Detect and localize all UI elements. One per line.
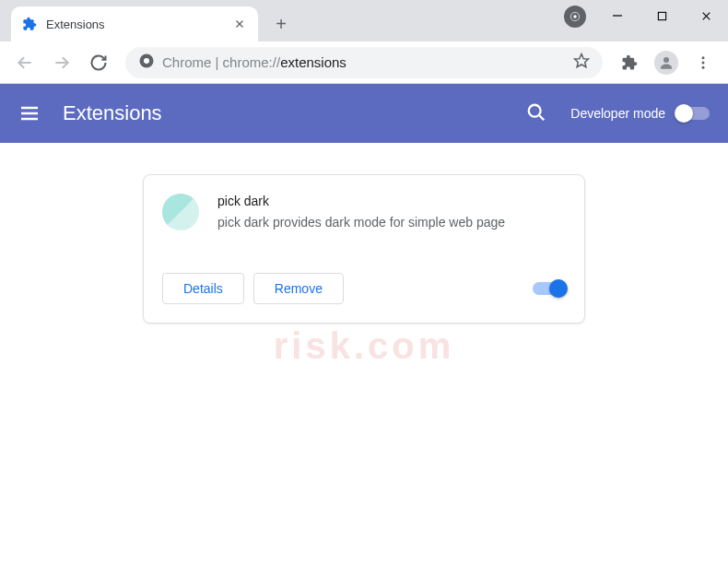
page-header: Extensions Developer mode (0, 84, 728, 143)
svg-point-11 (144, 58, 149, 64)
extension-description: pick dark provides dark mode for simple … (217, 214, 566, 232)
extension-app-icon (162, 194, 199, 230)
close-tab-icon[interactable] (232, 17, 247, 31)
minimize-button[interactable] (595, 0, 640, 31)
svg-point-16 (702, 65, 705, 68)
window-controls (564, 0, 728, 41)
svg-marker-12 (575, 53, 589, 66)
developer-mode-label: Developer mode (570, 106, 665, 121)
svg-point-15 (702, 61, 705, 64)
chrome-icon (138, 53, 155, 73)
tab-title: Extensions (46, 18, 223, 31)
menu-button[interactable] (687, 47, 719, 78)
svg-rect-5 (658, 12, 665, 19)
svg-point-14 (702, 56, 705, 59)
svg-point-13 (663, 57, 669, 63)
close-window-button[interactable] (684, 0, 728, 31)
incognito-icon[interactable] (564, 6, 586, 28)
back-button[interactable] (9, 47, 41, 78)
extension-icon (22, 17, 37, 31)
new-tab-button[interactable]: + (267, 10, 295, 38)
extension-enable-toggle[interactable] (533, 282, 566, 295)
svg-point-20 (529, 105, 541, 117)
svg-line-21 (539, 115, 545, 121)
forward-button[interactable] (46, 47, 77, 78)
url-text: Chrome | chrome://extensions (162, 54, 346, 70)
svg-point-2 (573, 15, 577, 18)
remove-button[interactable]: Remove (253, 273, 344, 304)
profile-button[interactable] (651, 47, 682, 78)
titlebar: Extensions + (0, 0, 728, 41)
avatar-icon (654, 51, 678, 75)
developer-mode-toggle[interactable] (676, 107, 710, 120)
browser-tab[interactable]: Extensions (11, 6, 258, 41)
extension-card: pick dark pick dark provides dark mode f… (143, 174, 585, 324)
details-button[interactable]: Details (162, 273, 244, 304)
extension-name: pick dark (217, 194, 566, 208)
address-bar[interactable]: Chrome | chrome://extensions (125, 47, 603, 78)
page-title: Extensions (63, 101, 526, 125)
maximize-button[interactable] (640, 0, 684, 31)
bookmark-icon[interactable] (573, 53, 590, 73)
reload-button[interactable] (83, 47, 114, 78)
content-area: pick dark pick dark provides dark mode f… (0, 143, 728, 355)
hamburger-icon[interactable] (18, 102, 41, 124)
search-icon[interactable] (526, 102, 548, 124)
extensions-button[interactable] (614, 47, 645, 78)
toolbar: Chrome | chrome://extensions (0, 41, 728, 84)
